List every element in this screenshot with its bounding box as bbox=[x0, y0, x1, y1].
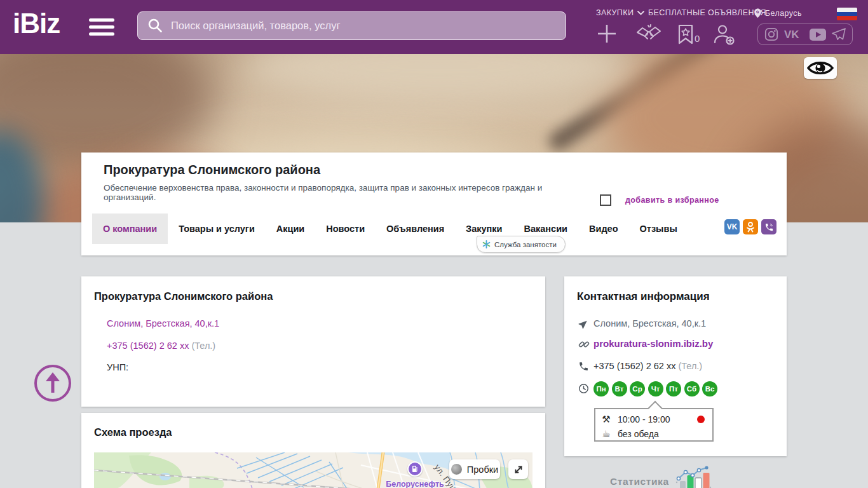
clock-icon bbox=[578, 383, 590, 395]
hamburger-menu-button[interactable] bbox=[89, 18, 114, 36]
nav-zakupki[interactable]: ЗАКУПКИ bbox=[596, 8, 644, 17]
vacancy-tooltip-label: Служба занятости bbox=[494, 241, 557, 248]
ibiz-logo[interactable]: iBiz bbox=[13, 8, 60, 39]
company-tabs: О компании Товары и услуги Акции Новости… bbox=[92, 214, 688, 244]
page-title: Прокуратура Слонимского района bbox=[104, 163, 320, 177]
odnoklassniki-icon[interactable] bbox=[743, 219, 758, 234]
statistics-label: Статистика bbox=[610, 468, 669, 487]
instagram-icon[interactable] bbox=[764, 27, 778, 41]
map-canvas[interactable]: ул. Пушкина Белоруснефть Пробки bbox=[94, 452, 532, 488]
accessibility-version-button[interactable] bbox=[804, 57, 837, 79]
statistics-section[interactable]: Статистика bbox=[610, 466, 712, 488]
youtube-icon[interactable] bbox=[810, 29, 826, 41]
search-input[interactable] bbox=[137, 11, 566, 40]
lunch-note: без обеда bbox=[618, 429, 659, 439]
tab-video[interactable]: Видео bbox=[578, 214, 629, 244]
plus-icon bbox=[596, 23, 618, 44]
traffic-light-icon bbox=[451, 464, 462, 475]
tab-promotions[interactable]: Акции bbox=[266, 214, 315, 244]
gas-station-icon[interactable] bbox=[407, 461, 423, 477]
favorites-button[interactable] bbox=[677, 24, 694, 44]
bookmark-star-icon bbox=[677, 24, 694, 44]
statistics-chart-icon bbox=[675, 466, 712, 488]
expand-icon bbox=[513, 464, 524, 475]
company-header-card: Прокуратура Слонимского района Обеспечен… bbox=[81, 152, 787, 255]
working-days: Пн Вт Ср Чт Пт Сб Вс bbox=[593, 381, 717, 396]
day-badge-tue[interactable]: Вт bbox=[612, 381, 627, 396]
search-icon bbox=[147, 18, 163, 33]
company-phone-row: +375 (1562) 2 62 xx (Тел.) bbox=[107, 341, 215, 351]
day-badge-thu[interactable]: Чт bbox=[648, 381, 663, 396]
day-badge-mon[interactable]: Пн bbox=[593, 381, 609, 396]
telegram-icon[interactable] bbox=[832, 28, 846, 41]
contact-address: Слоним, Брестская, 40,к.1 bbox=[593, 318, 706, 329]
viber-icon[interactable] bbox=[761, 219, 776, 234]
tab-about[interactable]: О компании bbox=[92, 214, 168, 244]
add-to-favorites[interactable]: добавить в избранное bbox=[600, 194, 719, 206]
link-icon bbox=[578, 339, 590, 350]
header: iBiz ЗАКУПКИ БЕСПЛАТНЫЕ ОБЪЯВЛЕНИЯ Белар… bbox=[0, 0, 868, 54]
phone-note: (Тел.) bbox=[191, 341, 215, 351]
closed-now-indicator bbox=[697, 416, 705, 423]
lunch-coffee-icon: ☕ bbox=[600, 428, 612, 440]
header-social-links: VK bbox=[757, 24, 853, 45]
company-info-card: Прокуратура Слонимского района Слоним, Б… bbox=[81, 276, 545, 407]
user-add-icon bbox=[713, 24, 736, 46]
traffic-toggle-button[interactable]: Пробки bbox=[449, 459, 500, 479]
location-pin-icon bbox=[754, 8, 762, 18]
employment-service-icon bbox=[482, 240, 491, 248]
vk-share-icon[interactable]: VK bbox=[724, 219, 740, 234]
tab-reviews[interactable]: Отзывы bbox=[629, 214, 688, 244]
phone-link[interactable]: +375 (1562) 2 62 xx bbox=[107, 341, 189, 351]
map-card: Схема проезда bbox=[81, 413, 545, 488]
company-address-link[interactable]: Слоним, Брестская, 40,к.1 bbox=[107, 318, 219, 329]
working-hours: 10:00 - 19:00 bbox=[618, 414, 670, 424]
profile-button[interactable] bbox=[713, 24, 736, 46]
day-badge-sun[interactable]: Вс bbox=[702, 381, 717, 396]
company-social-links: VK bbox=[724, 219, 776, 234]
favorite-label: добавить в избранное bbox=[625, 196, 719, 205]
nav-country[interactable]: Беларусь bbox=[754, 8, 802, 18]
website-text[interactable]: prokuratura-slonim.ibiz.by bbox=[593, 338, 713, 349]
map-card-title: Схема проезда bbox=[94, 426, 172, 438]
eye-icon bbox=[807, 60, 834, 76]
traffic-button-label: Пробки bbox=[467, 464, 498, 475]
partnership-button[interactable] bbox=[635, 24, 662, 44]
chevron-down-icon bbox=[637, 11, 644, 15]
company-description: Обеспечение верховенства права, законнос… bbox=[104, 183, 587, 202]
navigation-arrow-icon bbox=[578, 318, 590, 330]
scroll-to-top-button[interactable] bbox=[34, 365, 71, 402]
work-tools-icon: ⚒ bbox=[600, 414, 612, 425]
add-company-button[interactable] bbox=[596, 23, 618, 44]
info-card-title: Прокуратура Слонимского района bbox=[94, 290, 273, 302]
tab-ads[interactable]: Объявления bbox=[376, 214, 455, 244]
nav-free-ads[interactable]: БЕСПЛАТНЫЕ ОБЪЯВЛЕНИЯ bbox=[648, 8, 766, 17]
favorites-count: 0 bbox=[695, 33, 700, 44]
tab-products[interactable]: Товары и услуги bbox=[168, 214, 266, 244]
address-text[interactable]: Слоним, Брестская, 40,к.1 bbox=[107, 318, 219, 329]
vacancy-tooltip: Служба занятости bbox=[477, 236, 566, 253]
day-badge-wed[interactable]: Ср bbox=[630, 381, 645, 396]
contact-phone[interactable]: +375 (1562) 2 62 xx bbox=[593, 361, 675, 371]
contact-card-title: Контактная информация bbox=[577, 290, 710, 303]
map-fullscreen-button[interactable] bbox=[508, 459, 528, 479]
tab-news[interactable]: Новости bbox=[315, 214, 376, 244]
search-bar bbox=[137, 11, 566, 40]
company-website-link[interactable]: prokuratura-slonim.ibiz.by bbox=[593, 338, 713, 349]
handshake-icon bbox=[635, 24, 662, 44]
vk-icon[interactable]: VK bbox=[784, 29, 803, 40]
contact-phone-note: (Тел.) bbox=[678, 361, 702, 371]
phone-icon bbox=[578, 361, 590, 372]
nav-country-label: Беларусь bbox=[765, 9, 802, 18]
nav-zakupki-label: ЗАКУПКИ bbox=[596, 8, 634, 17]
favorite-checkbox[interactable] bbox=[600, 194, 611, 206]
svg-text:VK: VK bbox=[784, 29, 799, 40]
language-flag-russian[interactable] bbox=[837, 8, 857, 20]
day-badge-fri[interactable]: Пт bbox=[666, 381, 681, 396]
map-poi-label: Белоруснефть bbox=[370, 480, 459, 488]
arrow-up-icon bbox=[44, 372, 61, 394]
contact-phone-row: +375 (1562) 2 62 xx (Тел.) bbox=[593, 361, 702, 371]
day-badge-sat[interactable]: Сб bbox=[684, 381, 700, 396]
contact-info-card: Контактная информация Слоним, Брестская,… bbox=[564, 276, 787, 456]
working-hours-tooltip: ⚒ 10:00 - 19:00 ☕ без обеда bbox=[594, 408, 714, 442]
